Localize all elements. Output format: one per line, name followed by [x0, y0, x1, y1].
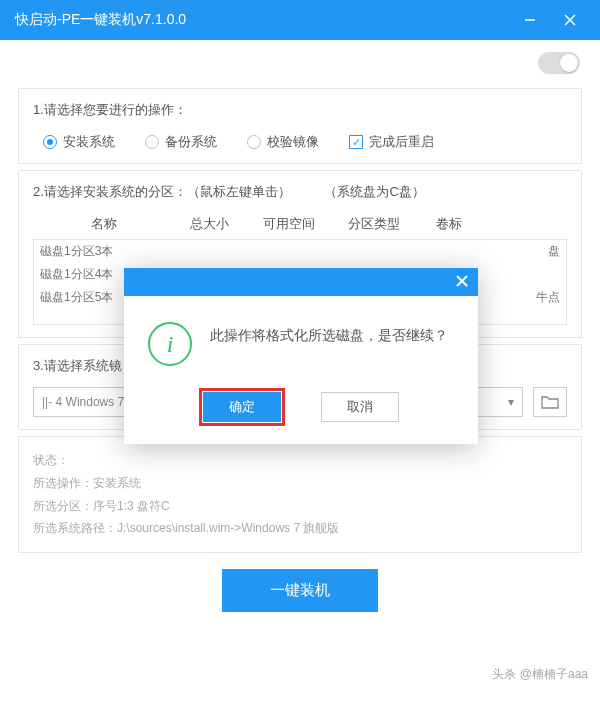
mode-toggle[interactable]: [538, 52, 580, 74]
section2-title-a: 2.请选择安装系统的分区：（鼠标左键单击）: [33, 184, 291, 199]
dialog-message: 此操作将格式化所选磁盘，是否继续？: [210, 322, 448, 366]
radio-backup-label: 备份系统: [165, 133, 217, 151]
watermark: 头杀 @楠楠子aaa: [492, 666, 588, 683]
section2-title-b: （系统盘为C盘）: [324, 184, 424, 199]
info-icon: i: [148, 322, 192, 366]
radio-install-label: 安装系统: [63, 133, 115, 151]
toggle-row: [0, 40, 600, 82]
col-label: 卷标: [419, 215, 479, 233]
title-bar: 快启动-PE一键装机v7.1.0.0: [0, 0, 600, 40]
checkbox-reboot[interactable]: ✓完成后重启: [349, 133, 434, 151]
close-icon: [456, 275, 468, 287]
section-operation: 1.请选择您要进行的操作： 安装系统 备份系统 校验镜像 ✓完成后重启: [18, 88, 582, 164]
ok-button[interactable]: 确定: [203, 392, 281, 422]
dialog-titlebar: [124, 268, 478, 296]
radio-verify-label: 校验镜像: [267, 133, 319, 151]
browse-button[interactable]: [533, 387, 567, 417]
radio-backup[interactable]: 备份系统: [145, 133, 217, 151]
confirm-dialog: i 此操作将格式化所选磁盘，是否继续？ 确定 取消: [124, 268, 478, 444]
install-button[interactable]: 一键装机: [222, 569, 378, 612]
section-status: 状态： 所选操作：安装系统 所选分区：序号1:3 盘符C 所选系统路径：J:\s…: [18, 436, 582, 553]
checkbox-reboot-label: 完成后重启: [369, 133, 434, 151]
status-line: 状态：: [33, 449, 567, 472]
col-type: 分区类型: [329, 215, 419, 233]
dialog-close-button[interactable]: [456, 273, 468, 291]
section1-title: 1.请选择您要进行的操作：: [33, 101, 567, 119]
status-line: 所选分区：序号1:3 盘符C: [33, 495, 567, 518]
minimize-button[interactable]: [510, 0, 550, 40]
status-line: 所选系统路径：J:\sources\install.wim->Windows 7…: [33, 517, 567, 540]
table-row[interactable]: 磁盘1分区3本盘: [34, 240, 566, 263]
table-header: 名称 总大小 可用空间 分区类型 卷标: [33, 215, 567, 233]
col-size: 总大小: [169, 215, 249, 233]
main-action-row: 一键装机: [0, 559, 600, 628]
cancel-button[interactable]: 取消: [321, 392, 399, 422]
radio-verify[interactable]: 校验镜像: [247, 133, 319, 151]
chevron-down-icon: ▾: [508, 395, 514, 409]
col-name: 名称: [39, 215, 169, 233]
window-title: 快启动-PE一键装机v7.1.0.0: [15, 11, 510, 29]
close-button[interactable]: [550, 0, 590, 40]
section2-title: 2.请选择安装系统的分区：（鼠标左键单击） （系统盘为C盘）: [33, 183, 567, 201]
status-line: 所选操作：安装系统: [33, 472, 567, 495]
col-free: 可用空间: [249, 215, 329, 233]
radio-install[interactable]: 安装系统: [43, 133, 115, 151]
folder-icon: [541, 395, 559, 409]
